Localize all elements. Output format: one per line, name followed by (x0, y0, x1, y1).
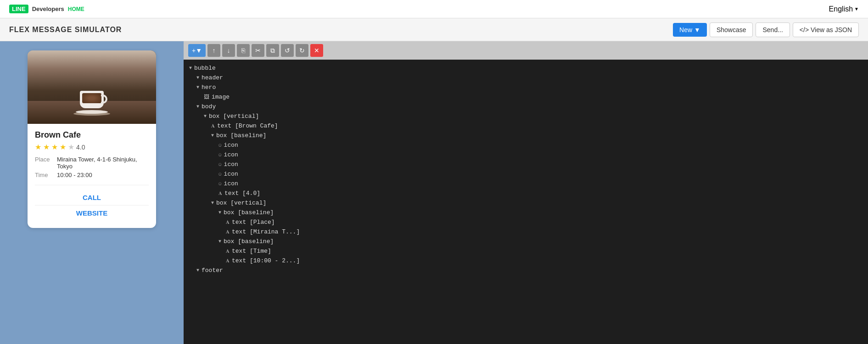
tree-item-label: text [10:00 - 2...] (232, 257, 300, 264)
card-info: Place Miraina Tower, 4-1-6 Shinjuku, Tok… (35, 156, 149, 178)
star-2: ★ (43, 143, 50, 151)
undo-button[interactable]: ↺ (281, 44, 294, 57)
card-stars: ★ ★ ★ ★ ★ 4.0 (35, 143, 149, 151)
tree-item[interactable]: ▼header (184, 73, 868, 83)
tree-item-label: text [Brown Cafe] (217, 122, 278, 129)
tree-content[interactable]: ▼bubble▼header▼hero🖼image▼body▼box [vert… (184, 60, 868, 344)
lang-selector[interactable]: English ▼ (829, 5, 859, 13)
new-button[interactable]: New ▼ (673, 23, 707, 37)
redo-button[interactable]: ↻ (296, 44, 308, 57)
copy-button[interactable]: ⎘ (237, 44, 250, 57)
tree-item-label: box [vertical] (216, 200, 266, 206)
card-rating-value: 4.0 (76, 144, 85, 151)
header-buttons: New ▼ Showcase Send... </> View as JSON (673, 22, 859, 37)
tree-item[interactable]: ☺icon (184, 140, 868, 150)
tree-item-label: text [4.0] (224, 190, 260, 197)
tree-item[interactable]: 𝐀text [Miraina T...] (184, 227, 868, 237)
collapse-arrow-icon: ▼ (204, 114, 207, 119)
tree-item-label: box [baseline] (216, 132, 266, 139)
tree-item-label: box [baseline] (224, 209, 274, 216)
star-3: ★ (51, 143, 58, 151)
tree-item-label: image (212, 94, 230, 100)
tree-item[interactable]: ▼bubble (184, 63, 868, 73)
collapse-arrow-icon: ▼ (196, 85, 199, 90)
time-label: Time (35, 172, 53, 178)
tree-item[interactable]: ▼box [baseline] (184, 131, 868, 140)
home-link[interactable]: HOME (68, 6, 84, 12)
time-row: Time 10:00 - 23:00 (35, 172, 149, 178)
tree-item[interactable]: ☺icon (184, 160, 868, 169)
star-1: ★ (35, 143, 41, 151)
text-node-icon: 𝐀 (226, 229, 230, 235)
new-button-arrow-icon: ▼ (694, 26, 700, 33)
tree-item[interactable]: ▼footer (184, 266, 868, 275)
tree-item[interactable]: ▼box [baseline] (184, 208, 868, 217)
card-body: Brown Cafe ★ ★ ★ ★ ★ 4.0 Place Miraina T… (28, 124, 156, 228)
tree-item-label: icon (224, 161, 238, 168)
developers-text: Developers (32, 6, 64, 12)
tree-item-label: footer (202, 267, 223, 274)
tree-item[interactable]: 𝐀text [4.0] (184, 189, 868, 198)
place-value: Miraina Tower, 4-1-6 Shinjuku, Tokyo (57, 156, 149, 170)
card-image-inner (28, 50, 156, 124)
icon-node-icon: ☺ (218, 152, 222, 158)
call-button[interactable]: CALL (35, 190, 149, 205)
move-down-button[interactable]: ↓ (222, 44, 235, 57)
add-button[interactable]: +▼ (188, 44, 206, 57)
collapse-arrow-icon: ▼ (211, 200, 214, 205)
move-up-button[interactable]: ↑ (207, 44, 220, 57)
tree-item[interactable]: 𝐀text [Time] (184, 246, 868, 256)
tree-item[interactable]: ▼body (184, 102, 868, 111)
lang-arrow-icon: ▼ (854, 6, 859, 11)
tree-item[interactable]: ▼box [vertical] (184, 111, 868, 121)
card-image (28, 50, 156, 124)
tree-item[interactable]: ☺icon (184, 150, 868, 160)
cut-button[interactable]: ✂ (252, 44, 264, 57)
collapse-arrow-icon: ▼ (218, 239, 221, 244)
tree-item-label: text [Place] (232, 219, 275, 226)
collapse-arrow-icon: ▼ (211, 133, 214, 138)
new-button-label: New (679, 26, 692, 33)
tree-item-label: box [baseline] (224, 238, 274, 245)
time-value: 10:00 - 23:00 (57, 172, 92, 178)
tree-item-label: text [Time] (232, 248, 271, 255)
text-node-icon: 𝐀 (226, 258, 230, 264)
icon-node-icon: ☺ (218, 172, 222, 177)
message-card: Brown Cafe ★ ★ ★ ★ ★ 4.0 Place Miraina T… (28, 50, 156, 228)
preview-area: Brown Cafe ★ ★ ★ ★ ★ 4.0 Place Miraina T… (0, 41, 184, 344)
place-row: Place Miraina Tower, 4-1-6 Shinjuku, Tok… (35, 156, 149, 170)
star-5-empty: ★ (68, 143, 74, 151)
card-divider (35, 185, 149, 185)
tree-item[interactable]: 𝐀text [Brown Cafe] (184, 121, 868, 131)
collapse-arrow-icon: ▼ (196, 75, 199, 80)
tree-item[interactable]: 𝐀text [10:00 - 2...] (184, 256, 868, 266)
tree-item-label: icon (224, 180, 238, 187)
top-nav: LINE Developers HOME English ▼ (0, 0, 868, 18)
tree-item[interactable]: ▼hero (184, 83, 868, 92)
icon-node-icon: ☺ (218, 143, 222, 148)
tree-item-label: icon (224, 151, 238, 158)
tree-item[interactable]: 𝐀text [Place] (184, 217, 868, 227)
tree-toolbar: +▼ ↑ ↓ ⎘ ✂ ⧉ ↺ ↻ ✕ (184, 41, 868, 60)
text-node-icon: 𝐀 (226, 249, 230, 254)
tree-item[interactable]: ▼box [vertical] (184, 198, 868, 208)
tree-item-label: icon (224, 142, 238, 149)
main-content: Brown Cafe ★ ★ ★ ★ ★ 4.0 Place Miraina T… (0, 41, 868, 344)
collapse-arrow-icon: ▼ (218, 210, 221, 215)
website-button[interactable]: WEBSITE (35, 205, 149, 221)
view-as-json-button[interactable]: </> View as JSON (793, 22, 859, 37)
tree-item-label: icon (224, 171, 238, 178)
delete-button[interactable]: ✕ (310, 44, 323, 57)
image-icon: 🖼 (204, 94, 209, 100)
tree-item[interactable]: ☺icon (184, 179, 868, 189)
text-node-icon: 𝐀 (226, 220, 230, 225)
collapse-arrow-icon: ▼ (196, 104, 199, 109)
paste-button[interactable]: ⧉ (266, 44, 279, 57)
tree-item[interactable]: ☺icon (184, 169, 868, 179)
tree-item-label: bubble (194, 65, 216, 72)
tree-item[interactable]: ▼box [baseline] (184, 237, 868, 246)
star-4: ★ (60, 143, 66, 151)
tree-item[interactable]: 🖼image (184, 92, 868, 102)
showcase-button[interactable]: Showcase (710, 22, 753, 37)
send-button[interactable]: Send... (756, 22, 790, 37)
